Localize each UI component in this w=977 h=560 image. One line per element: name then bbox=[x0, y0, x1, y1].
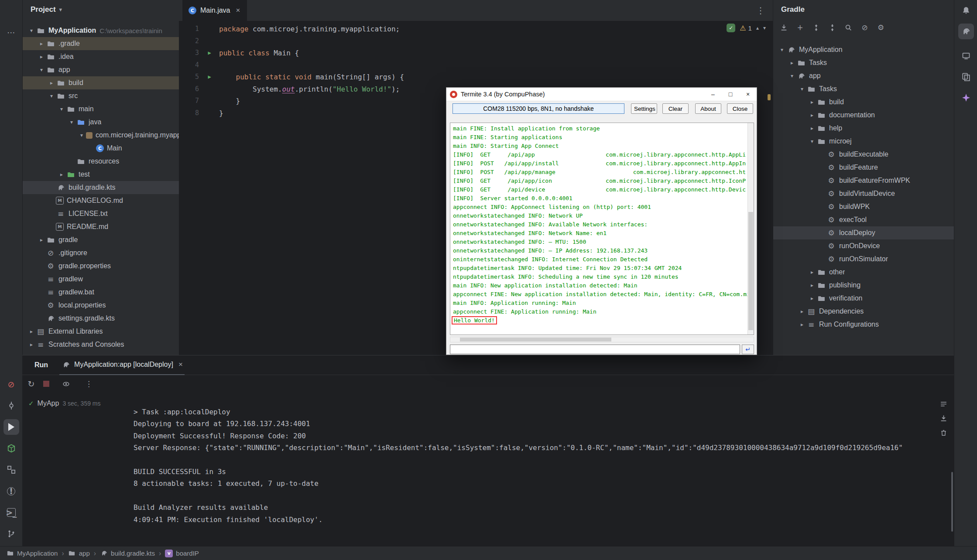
clear-button[interactable]: Clear bbox=[662, 103, 689, 114]
chevron-down-icon[interactable]: ▾ bbox=[778, 47, 786, 53]
gradle-item-verification[interactable]: ▸verification bbox=[773, 292, 954, 305]
packages-tool-button[interactable] bbox=[3, 440, 19, 456]
project-item-gradle[interactable]: ▸gradle bbox=[23, 233, 179, 246]
terminal-vscroll-thumb[interactable] bbox=[748, 212, 753, 331]
close-button[interactable]: Close bbox=[727, 103, 753, 114]
send-button[interactable]: ↵ bbox=[742, 345, 754, 354]
terminal-tool-button[interactable]: >_ bbox=[3, 505, 19, 520]
options-button[interactable] bbox=[940, 399, 950, 409]
chevron-right-icon[interactable]: ▸ bbox=[808, 282, 816, 288]
chevron-right-icon[interactable]: ▸ bbox=[37, 41, 46, 47]
device-explorer-tool-button[interactable] bbox=[958, 69, 974, 85]
project-item-build[interactable]: ▸build bbox=[23, 76, 179, 89]
chevron-down-icon[interactable]: ▾ bbox=[47, 93, 56, 99]
offline-mode-button[interactable]: ⊘ bbox=[860, 21, 872, 34]
notifications-dnd-button[interactable]: ⊘ bbox=[3, 376, 19, 392]
gradle-item-buildwpk[interactable]: ⚙buildWPK bbox=[773, 200, 954, 213]
project-item-local-properties[interactable]: ⚙local.properties bbox=[23, 299, 179, 312]
project-item-app[interactable]: ▾app bbox=[23, 63, 179, 76]
project-item-license-txt[interactable]: ≡LICENSE.txt bbox=[23, 207, 179, 220]
minimize-button[interactable]: – bbox=[704, 88, 722, 101]
chevron-down-icon[interactable]: ▾ bbox=[798, 86, 806, 92]
chevron-down-icon[interactable]: ▾ bbox=[37, 67, 46, 73]
notifications-button[interactable] bbox=[958, 3, 974, 18]
attach-project-button[interactable]: + bbox=[795, 21, 808, 34]
chevron-down-icon[interactable]: ▾ bbox=[808, 138, 816, 144]
gradle-item-build[interactable]: ▸build bbox=[773, 96, 954, 109]
gradle-item-run-configurations[interactable]: ▸≡Run Configurations bbox=[773, 318, 954, 331]
termite-title-bar[interactable]: Termite 3.4 (by CompuPhase) – □ × bbox=[446, 88, 757, 101]
project-item-java[interactable]: ▾java bbox=[23, 116, 179, 129]
gradle-item-exectool[interactable]: ⚙execTool bbox=[773, 213, 954, 226]
gradle-tool-button[interactable] bbox=[958, 24, 974, 39]
about-button[interactable]: About bbox=[695, 103, 721, 114]
gradle-item-microej[interactable]: ▾microej bbox=[773, 135, 954, 148]
project-item-readme-md[interactable]: MREADME.md bbox=[23, 220, 179, 233]
project-item-main[interactable]: ▾main bbox=[23, 102, 179, 116]
console-scrollbar[interactable] bbox=[951, 472, 953, 532]
settings-button[interactable]: Settings bbox=[631, 103, 657, 114]
chevron-down-icon[interactable]: ▾ bbox=[57, 106, 66, 112]
editor-options-icon[interactable]: ⋮ bbox=[748, 0, 773, 21]
chevron-right-icon[interactable]: ▸ bbox=[808, 112, 816, 118]
gradle-item-localdeploy[interactable]: ⚙localDeploy bbox=[773, 226, 954, 239]
expand-all-button[interactable] bbox=[812, 21, 824, 34]
project-panel-title[interactable]: Project bbox=[31, 5, 56, 14]
chevron-right-icon[interactable]: ▸ bbox=[47, 80, 56, 86]
run-tool-button[interactable] bbox=[3, 419, 19, 435]
chevron-right-icon[interactable]: ▸ bbox=[808, 99, 816, 105]
project-item-gradlew[interactable]: ≡gradlew bbox=[23, 273, 179, 286]
more-options-button[interactable]: ⋮ bbox=[84, 378, 96, 390]
run-gutter-icon[interactable]: ▶ bbox=[202, 71, 217, 83]
project-item-test[interactable]: ▸test bbox=[23, 168, 179, 181]
close-icon[interactable]: × bbox=[236, 6, 240, 15]
terminal-hscroll-thumb[interactable] bbox=[460, 338, 611, 341]
chevron-down-icon[interactable]: ▾ bbox=[788, 73, 796, 79]
close-icon[interactable]: × bbox=[178, 360, 183, 369]
gradle-item-publishing[interactable]: ▸publishing bbox=[773, 279, 954, 292]
rerun-button[interactable]: ↻ bbox=[27, 378, 39, 390]
project-item-com-microej-training-myapplication[interactable]: ▾com.microej.training.myapplication bbox=[23, 129, 179, 142]
gradle-item-runondevice[interactable]: ⚙runOnDevice bbox=[773, 239, 954, 253]
tab-main-java[interactable]: C Main.java × bbox=[182, 0, 247, 21]
project-item-build-gradle-kts[interactable]: build.gradle.kts bbox=[23, 181, 179, 194]
run-console[interactable]: > Task :app:localDeployDeploying to boar… bbox=[134, 406, 928, 543]
gradle-item-documentation[interactable]: ▸documentation bbox=[773, 109, 954, 122]
chevron-down-icon[interactable]: ▾ bbox=[77, 132, 86, 138]
terminal-vscrollbar[interactable] bbox=[747, 123, 754, 335]
gradle-item-buildexecutable[interactable]: ⚙buildExecutable bbox=[773, 148, 954, 161]
chevron-right-icon[interactable]: ▸ bbox=[27, 341, 36, 348]
gradle-item-dependencies[interactable]: ▸▤Dependencies bbox=[773, 305, 954, 318]
project-item-gitignore[interactable]: ⊘.gitignore bbox=[23, 246, 179, 260]
chevron-right-icon[interactable]: ▸ bbox=[798, 308, 806, 314]
project-item-resources[interactable]: resources bbox=[23, 155, 179, 168]
gradle-item-tasks[interactable]: ▾Tasks bbox=[773, 82, 954, 96]
terminal-hscrollbar[interactable] bbox=[450, 337, 754, 342]
chevron-right-icon[interactable]: ▸ bbox=[808, 295, 816, 301]
inspections-ok-icon[interactable]: ✓ bbox=[727, 24, 735, 32]
chevron-right-icon[interactable]: ▸ bbox=[798, 321, 806, 328]
chevron-right-icon[interactable]: ▸ bbox=[808, 269, 816, 275]
project-item-idea[interactable]: ▸.idea bbox=[23, 50, 179, 63]
project-item-main[interactable]: CMain bbox=[23, 142, 179, 155]
services-tool-button[interactable] bbox=[3, 462, 19, 478]
chevron-down-icon[interactable]: ▾ bbox=[27, 27, 36, 34]
stop-button[interactable] bbox=[41, 378, 54, 390]
gradle-item-buildvirtualdevice[interactable]: ⚙buildVirtualDevice bbox=[773, 187, 954, 200]
chevron-right-icon[interactable]: ▸ bbox=[788, 60, 796, 66]
run-node[interactable]: ✓ MyApp 3 sec, 359 ms bbox=[28, 397, 101, 410]
project-item-settings-gradle-kts[interactable]: settings.gradle.kts bbox=[23, 312, 179, 325]
maximize-button[interactable]: □ bbox=[722, 88, 739, 101]
device-manager-tool-button[interactable] bbox=[958, 48, 974, 64]
project-item-src[interactable]: ▾src bbox=[23, 89, 179, 102]
gradle-settings-button[interactable]: ⚙ bbox=[876, 21, 888, 34]
run-configuration-tab[interactable]: MyApplication:app [localDeploy] × bbox=[59, 355, 185, 375]
project-item-changelog-md[interactable]: MCHANGELOG.md bbox=[23, 194, 179, 207]
terminal-input[interactable] bbox=[450, 345, 740, 354]
gradle-item-help[interactable]: ▸help bbox=[773, 122, 954, 135]
breadcrumb-item-build-gradle-kts[interactable]: build.gradle.kts bbox=[100, 550, 155, 557]
search-tasks-button[interactable] bbox=[844, 21, 856, 34]
run-gutter-icon[interactable]: ▶ bbox=[202, 47, 217, 59]
ai-assistant-tool-button[interactable] bbox=[958, 90, 974, 106]
warning-stripe-mark[interactable] bbox=[768, 94, 771, 100]
